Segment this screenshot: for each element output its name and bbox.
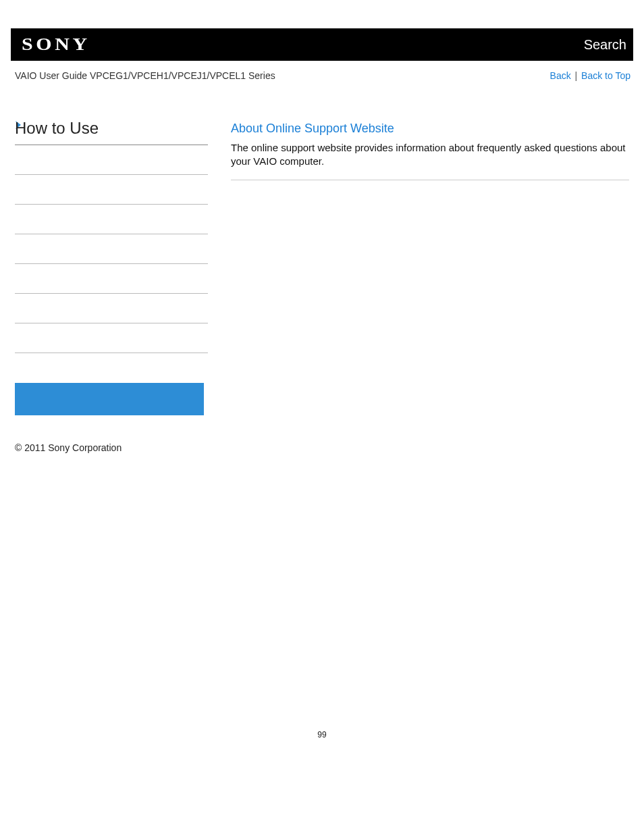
sidebar-item[interactable] (15, 234, 208, 264)
main-content: About Online Support Website The online … (224, 119, 629, 180)
search-link[interactable]: Search (584, 37, 626, 53)
sidebar-item[interactable] (15, 175, 208, 205)
sidebar-highlight[interactable] (15, 383, 204, 415)
breadcrumb: VAIO User Guide VPCEG1/VPCEH1/VPCEJ1/VPC… (15, 70, 275, 81)
search-label: Search (584, 37, 626, 52)
logo-text: SONY (22, 34, 90, 55)
top-bar: SONY Search (11, 28, 633, 61)
copyright-text: © 2011 Sony Corporation (15, 442, 122, 453)
sidebar-item[interactable] (15, 294, 208, 323)
page-number: 99 (0, 730, 644, 760)
nav-links: Back | Back to Top (550, 70, 630, 81)
sidebar-item[interactable] (15, 323, 208, 353)
article-body: The online support website provides info… (231, 141, 629, 180)
sony-logo: SONY (11, 28, 101, 61)
separator: | (574, 70, 582, 81)
sidebar-list (15, 145, 208, 353)
footer: © 2011 Sony Corporation (11, 415, 633, 453)
sidebar: How to Use (15, 119, 224, 415)
sidebar-item[interactable] (15, 264, 208, 294)
sidebar-item[interactable] (15, 205, 208, 234)
article-heading[interactable]: About Online Support Website (231, 122, 629, 136)
back-link[interactable]: Back (550, 70, 571, 81)
sub-bar: VAIO User Guide VPCEG1/VPCEH1/VPCEJ1/VPC… (11, 61, 633, 81)
sidebar-item[interactable] (15, 145, 208, 175)
sidebar-title: How to Use (15, 119, 208, 145)
content-layout: How to Use About Online Support Website … (11, 119, 633, 415)
back-to-top-link[interactable]: Back to Top (581, 70, 630, 81)
